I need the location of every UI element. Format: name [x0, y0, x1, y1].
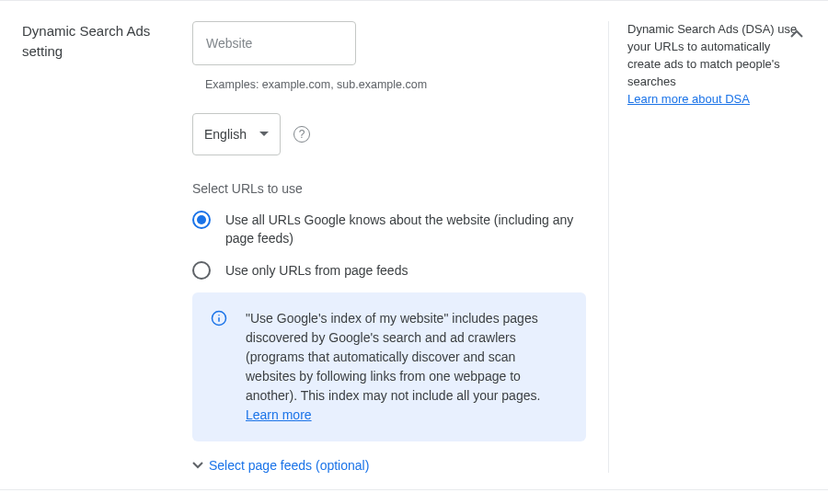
website-helper-text: Examples: example.com, sub.example.com — [205, 78, 586, 91]
info-text: "Use Google's index of my website" inclu… — [246, 311, 540, 403]
section-title: Dynamic Search Ads setting — [22, 21, 192, 62]
select-page-feeds-toggle[interactable]: Select page feeds (optional) — [192, 458, 586, 473]
dsa-settings-panel: Dynamic Search Ads setting Examples: exa… — [0, 0, 828, 490]
language-row: English ? — [192, 113, 586, 155]
radio-icon — [192, 261, 211, 280]
info-box: "Use Google's index of my website" inclu… — [192, 292, 586, 441]
language-value: English — [204, 127, 247, 142]
radio-use-all-urls[interactable]: Use all URLs Google knows about the webs… — [192, 211, 586, 248]
expand-label: Select page feeds (optional) — [209, 458, 369, 473]
radio-icon — [192, 211, 211, 229]
info-text-block: "Use Google's index of my website" inclu… — [246, 309, 563, 425]
section-title-column: Dynamic Search Ads setting — [22, 21, 192, 473]
info-learn-more-link[interactable]: Learn more — [246, 407, 312, 422]
radio-use-page-feeds[interactable]: Use only URLs from page feeds — [192, 261, 586, 280]
website-input[interactable] — [192, 21, 356, 65]
side-help-column: Dynamic Search Ads (DSA) use your URLs t… — [608, 21, 806, 473]
radio-label: Use only URLs from page feeds — [225, 261, 408, 280]
radio-label: Use all URLs Google knows about the webs… — [225, 211, 575, 248]
collapse-panel-button[interactable] — [784, 21, 810, 47]
settings-form: Examples: example.com, sub.example.com E… — [192, 21, 608, 473]
chevron-down-icon — [192, 462, 203, 469]
url-radio-group: Use all URLs Google knows about the webs… — [192, 211, 586, 280]
info-icon — [211, 310, 227, 326]
footer-actions: Cancel Save — [0, 490, 828, 504]
help-icon[interactable]: ? — [293, 126, 310, 143]
svg-point-2 — [218, 315, 220, 316]
caret-down-icon — [259, 132, 269, 137]
side-help-text: Dynamic Search Ads (DSA) use your URLs t… — [627, 21, 806, 90]
side-learn-more-link[interactable]: Learn more about DSA — [627, 92, 750, 106]
language-select[interactable]: English — [192, 113, 281, 155]
urls-label: Select URLs to use — [192, 181, 586, 196]
